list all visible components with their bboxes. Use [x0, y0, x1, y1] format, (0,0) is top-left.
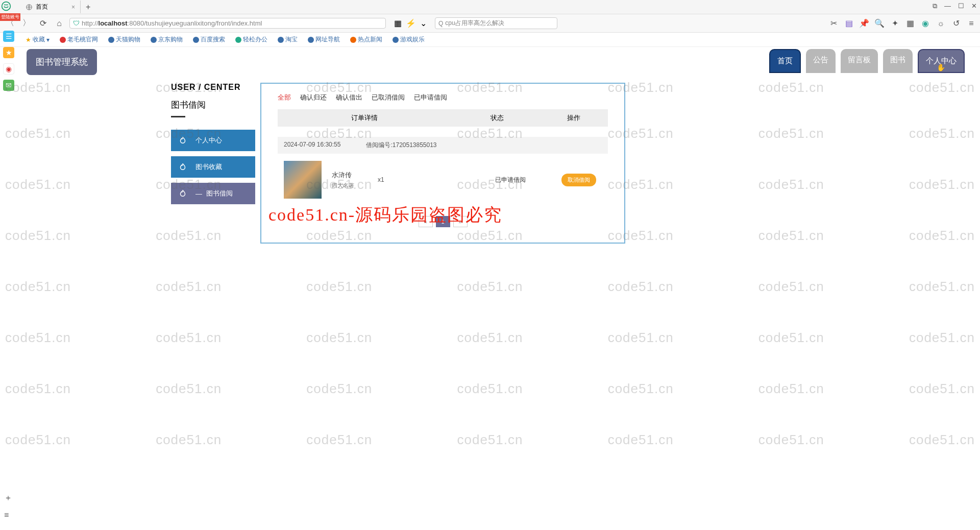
favorites-button[interactable]: ★收藏▾: [26, 35, 50, 44]
dot-icon: [193, 37, 199, 43]
apps-icon[interactable]: ▦: [905, 19, 915, 28]
dot-icon: [308, 37, 314, 43]
th-detail: 订单详情: [278, 113, 451, 123]
zoom-icon[interactable]: 🔍: [875, 19, 884, 28]
reload-button[interactable]: ⟳: [37, 17, 49, 30]
browser-tab-bar: 首页 × +: [0, 0, 980, 14]
qr-icon[interactable]: ▦: [394, 18, 402, 28]
watermark-row: code51.cncode51.cncode51.cncode51.cncode…: [0, 432, 980, 448]
login-tag[interactable]: 登陆账号: [0, 13, 20, 21]
book-author: 四大名著: [332, 182, 373, 189]
order-meta-row: 2024-07-09 16:30:55 借阅编号:1720513855013: [278, 137, 608, 154]
scissors-icon[interactable]: ✂: [829, 19, 838, 28]
undo-icon[interactable]: ↺: [951, 19, 961, 28]
tab-confirm-return[interactable]: 确认归还: [300, 93, 327, 102]
left-sidebar-icons: ☰ ★ ◉ ✉: [3, 31, 14, 91]
search-input[interactable]: Q cpu占用率高怎么解决: [435, 17, 557, 29]
book-quantity: x1: [378, 176, 429, 183]
site-logo[interactable]: 图书管理系统: [27, 49, 97, 75]
tab-cancelled[interactable]: 已取消借阅: [372, 93, 405, 102]
star-icon: ★: [26, 36, 31, 43]
table-header: 订单详情 状态 操作: [278, 109, 608, 127]
translate-icon[interactable]: ▤: [844, 19, 853, 28]
dot-icon: [393, 37, 399, 43]
fav-link[interactable]: 天猫购物: [108, 35, 140, 44]
th-action: 操作: [543, 113, 604, 123]
book-info: 水浒传 四大名著: [332, 171, 373, 189]
nav-home[interactable]: 首页: [769, 49, 801, 73]
new-tab-button[interactable]: +: [81, 3, 95, 12]
fav-link[interactable]: 老毛桃官网: [60, 35, 98, 44]
bottom-left-icons: ＋ ≡: [4, 493, 12, 520]
menu-book-borrow[interactable]: — 图书借阅: [171, 183, 255, 204]
tab-close-icon[interactable]: ×: [71, 4, 75, 11]
tab-all[interactable]: 全部: [278, 93, 291, 102]
list-icon[interactable]: ≡: [4, 511, 12, 520]
search-text: cpu占用率高怎么解决: [445, 19, 504, 28]
toolbar-right: ✂ ▤ 📌 🔍 ✦ ▦ ◉ ☼ ↺ ≡: [829, 19, 976, 28]
chevron-down-icon[interactable]: ⌄: [420, 18, 427, 28]
menu-book-collection[interactable]: 图书收藏: [171, 156, 255, 178]
puzzle-icon[interactable]: ✦: [890, 19, 899, 28]
flame-icon: [178, 162, 187, 172]
tab-confirm-out[interactable]: 确认借出: [336, 93, 362, 102]
forward-button[interactable]: 〉: [20, 17, 33, 30]
nav-notice[interactable]: 公告: [806, 49, 836, 73]
divider: [171, 116, 185, 117]
fav-link[interactable]: 游戏娱乐: [393, 35, 425, 44]
url-text: http://localhost:8080/tushujieyueguanlix…: [82, 19, 262, 27]
uc-title: USER / CENTER: [171, 83, 255, 92]
row-status: 已申请借阅: [495, 176, 546, 184]
dot-icon: [60, 37, 66, 43]
favorites-bar: ★收藏▾ 老毛桃官网 天猫购物 京东购物 百度搜索 轻松办公 淘宝 网址导航 热…: [0, 33, 980, 47]
fav-link[interactable]: 京东购物: [151, 35, 183, 44]
nav-board[interactable]: 留言板: [841, 49, 878, 73]
browser-logo: [1, 1, 17, 13]
side-eye-icon[interactable]: ◉: [3, 63, 14, 75]
dot-icon: [350, 37, 356, 43]
order-id: 借阅编号:1720513855013: [366, 141, 436, 150]
dash: —: [195, 190, 202, 198]
top-nav: 首页 公告 留言板 图书 个人中心 ✋: [769, 49, 965, 73]
user-center-left: USER / CENTER 图书借阅 个人中心 图书收藏 — 图书借阅: [171, 83, 255, 244]
page-content: 图书管理系统 首页 公告 留言板 图书 个人中心 ✋ USER / CENTER…: [0, 47, 980, 51]
tab-applied[interactable]: 已申请借阅: [414, 93, 447, 102]
nav-book[interactable]: 图书: [883, 49, 913, 73]
dot-icon: [235, 37, 241, 43]
minimize-icon[interactable]: —: [944, 2, 951, 10]
maximize-icon[interactable]: ☐: [958, 2, 964, 10]
book-thumbnail[interactable]: [284, 161, 322, 199]
pin-icon[interactable]: 📌: [860, 19, 869, 28]
watermark-row: code51.cncode51.cncode51.cncode51.cncode…: [0, 279, 980, 295]
svg-point-1: [2, 2, 11, 11]
fav-link[interactable]: 轻松办公: [235, 35, 267, 44]
shield-icon: 🛡: [73, 19, 80, 27]
close-window-icon[interactable]: ✕: [971, 2, 977, 10]
home-button[interactable]: ⌂: [53, 17, 65, 30]
menu-icon[interactable]: ≡: [967, 19, 976, 28]
fav-link[interactable]: 百度搜索: [193, 35, 225, 44]
address-bar: 〈 〉 ⟳ ⌂ 🛡 http://localhost:8080/tushujie…: [0, 14, 980, 33]
table-row: 水浒传 四大名著 x1 已申请借阅 取消借阅: [278, 154, 608, 209]
flame-icon: [178, 136, 187, 145]
watermark-row: code51.cncode51.cncode51.cncode51.cncode…: [0, 381, 980, 397]
url-input[interactable]: 🛡 http://localhost:8080/tushujieyueguanl…: [69, 18, 386, 29]
fav-link[interactable]: 网址导航: [308, 35, 340, 44]
watermark-row: code51.cncode51.cncode51.cncode51.cncode…: [0, 330, 980, 346]
bolt-icon[interactable]: ⚡: [406, 18, 416, 28]
side-app-icon[interactable]: ☰: [3, 31, 14, 42]
active-tab[interactable]: 首页 ×: [20, 1, 81, 13]
watermark-overlay: code51.cn-源码乐园盗图必究: [268, 203, 502, 227]
dot-icon: [151, 37, 157, 43]
sun-icon[interactable]: ☼: [936, 19, 945, 28]
plus-icon[interactable]: ＋: [4, 493, 12, 503]
dot-icon: [278, 37, 284, 43]
filter-tabs: 全部 确认归还 确认借出 已取消借阅 已申请借阅: [278, 93, 608, 102]
fav-link[interactable]: 淘宝: [278, 35, 298, 44]
globe-icon: [26, 4, 33, 11]
circle-icon[interactable]: ◉: [921, 19, 930, 28]
picture-in-picture-icon[interactable]: ⧉: [933, 2, 937, 10]
fav-link[interactable]: 热点新闻: [350, 35, 382, 44]
cancel-borrow-button[interactable]: 取消借阅: [561, 174, 596, 186]
menu-personal-center[interactable]: 个人中心: [171, 130, 255, 151]
